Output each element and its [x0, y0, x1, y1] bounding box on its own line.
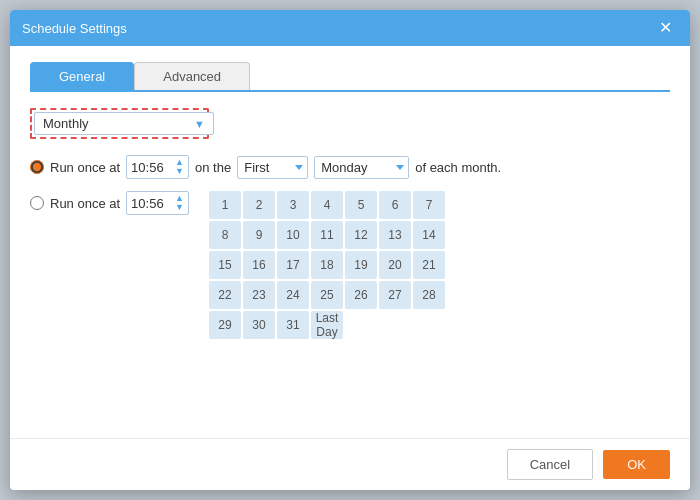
dialog: Schedule Settings ✕ General Advanced Mon…: [10, 10, 690, 490]
option1-run-label: Run once at: [50, 160, 120, 175]
time-spinner-1: ▲ ▼: [175, 158, 184, 176]
schedule-type-select[interactable]: Monthly Once Daily Weekly: [34, 112, 214, 135]
time-input-2[interactable]: [131, 196, 173, 211]
dialog-title: Schedule Settings: [22, 21, 127, 36]
each-month-label: of each month.: [415, 160, 501, 175]
time-input-1[interactable]: [131, 160, 173, 175]
option-row-2: Run once at ▲ ▼: [30, 191, 189, 339]
option2-run-label: Run once at: [50, 196, 120, 211]
day-select[interactable]: Monday Tuesday Wednesday Thursday Friday…: [314, 156, 409, 179]
cal-day-10[interactable]: 10: [277, 221, 309, 249]
cal-day-2[interactable]: 2: [243, 191, 275, 219]
cal-day-11[interactable]: 11: [311, 221, 343, 249]
tab-advanced[interactable]: Advanced: [134, 62, 250, 90]
cal-day-21[interactable]: 21: [413, 251, 445, 279]
calendar-grid: 1 2 3 4 5 6 7 8 9 10 11 12 13 14 15 16 1…: [209, 191, 445, 339]
cal-day-20[interactable]: 20: [379, 251, 411, 279]
cancel-button[interactable]: Cancel: [507, 449, 593, 480]
dialog-body: General Advanced Monthly Once Daily Week…: [10, 46, 690, 438]
cal-day-23[interactable]: 23: [243, 281, 275, 309]
cal-day-9[interactable]: 9: [243, 221, 275, 249]
cal-day-17[interactable]: 17: [277, 251, 309, 279]
title-bar: Schedule Settings ✕: [10, 10, 690, 46]
cal-day-26[interactable]: 26: [345, 281, 377, 309]
cal-day-28[interactable]: 28: [413, 281, 445, 309]
time-spinner-2: ▲ ▼: [175, 194, 184, 212]
cal-day-18[interactable]: 18: [311, 251, 343, 279]
cal-day-6[interactable]: 6: [379, 191, 411, 219]
cal-day-7[interactable]: 7: [413, 191, 445, 219]
cal-day-13[interactable]: 13: [379, 221, 411, 249]
schedule-type-container: Monthly Once Daily Weekly ▼: [30, 108, 670, 139]
radio-option2[interactable]: [30, 196, 44, 210]
cal-day-4[interactable]: 4: [311, 191, 343, 219]
calendar-section: Run once at ▲ ▼ 1 2 3 4 5: [30, 191, 670, 339]
on-the-label: on the: [195, 160, 231, 175]
close-button[interactable]: ✕: [653, 18, 678, 38]
cal-last-day[interactable]: Last Day: [311, 311, 343, 339]
option2-row: Run once at ▲ ▼: [30, 191, 189, 215]
cal-day-15[interactable]: 15: [209, 251, 241, 279]
cal-day-14[interactable]: 14: [413, 221, 445, 249]
tab-general[interactable]: General: [30, 62, 134, 90]
tabs: General Advanced: [30, 62, 670, 92]
time-down-1[interactable]: ▼: [175, 167, 184, 176]
dialog-footer: Cancel OK: [10, 438, 690, 490]
cal-day-31[interactable]: 31: [277, 311, 309, 339]
cal-day-25[interactable]: 25: [311, 281, 343, 309]
cal-day-3[interactable]: 3: [277, 191, 309, 219]
cal-day-24[interactable]: 24: [277, 281, 309, 309]
cal-day-19[interactable]: 19: [345, 251, 377, 279]
cal-day-1[interactable]: 1: [209, 191, 241, 219]
ok-button[interactable]: OK: [603, 450, 670, 479]
cal-day-5[interactable]: 5: [345, 191, 377, 219]
ordinal-select[interactable]: First Second Third Fourth Last: [237, 156, 308, 179]
cal-day-8[interactable]: 8: [209, 221, 241, 249]
option-row-1: Run once at ▲ ▼ on the First Second Thir…: [30, 155, 670, 179]
cal-day-22[interactable]: 22: [209, 281, 241, 309]
time-input-wrapper-1: ▲ ▼: [126, 155, 189, 179]
schedule-type-wrapper: Monthly Once Daily Weekly ▼: [30, 108, 209, 139]
radio-option1[interactable]: [30, 160, 44, 174]
time-input-wrapper-2: ▲ ▼: [126, 191, 189, 215]
cal-day-12[interactable]: 12: [345, 221, 377, 249]
time-down-2[interactable]: ▼: [175, 203, 184, 212]
cal-day-29[interactable]: 29: [209, 311, 241, 339]
cal-day-16[interactable]: 16: [243, 251, 275, 279]
cal-day-27[interactable]: 27: [379, 281, 411, 309]
cal-day-30[interactable]: 30: [243, 311, 275, 339]
